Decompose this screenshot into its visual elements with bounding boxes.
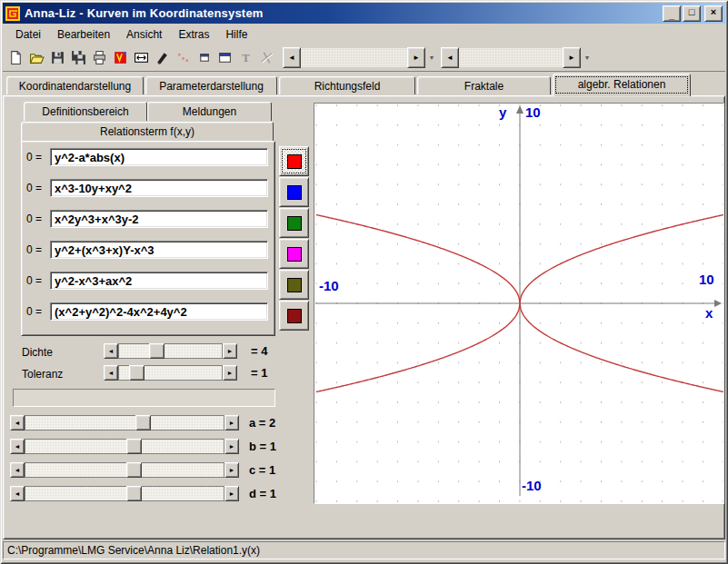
dropdown-arrow-icon[interactable]: ▼ [581,48,593,67]
slider-right-arrow-icon[interactable]: ► [223,365,237,381]
slider-left-arrow-icon[interactable]: ◄ [10,439,25,454]
color-swatch-blue [287,185,302,200]
scroll-left-button-1[interactable]: ◄ [283,47,301,68]
title-bar: Anna-Liz - Kurven im Koordinatensystem _… [3,3,725,24]
equation-input-6[interactable] [50,302,268,321]
density-value: = 4 [251,344,267,358]
tolerance-label: Toleranz [22,368,63,381]
curve-color-button-4[interactable] [279,239,309,269]
slider-left-arrow-icon[interactable]: ◄ [104,343,118,359]
scroll-right-button-1[interactable]: ► [407,47,425,68]
draw-pen-icon[interactable] [152,47,173,68]
curve-color-button-3[interactable] [279,208,309,238]
print-icon[interactable] [89,47,110,68]
slider-right-arrow-icon[interactable]: ► [223,343,237,359]
tab-richtungsfeld[interactable]: Richtungsfeld [279,76,415,94]
plot-points-icon[interactable] [173,47,194,68]
text-label-icon[interactable]: T [235,47,256,68]
slider-left-arrow-icon[interactable]: ◄ [10,462,25,478]
small-window-icon[interactable] [194,47,214,68]
scroll-right-button-2[interactable]: ► [563,47,581,68]
slider-track[interactable] [25,462,224,478]
color-swatch-darkred [287,309,302,323]
scroll-left-button-2[interactable]: ◄ [441,47,459,68]
slider-left-arrow-icon[interactable]: ◄ [10,415,25,430]
tab-fraktale[interactable]: Fraktale [417,76,551,94]
status-bar: C:\Programme\LMG Service\Anna Liz\Relati… [3,541,725,559]
tab-parameterdarstellung[interactable]: Parameterdarstellung [145,76,277,94]
slider-thumb[interactable] [129,365,145,381]
open-file-icon[interactable] [26,47,47,68]
menu-datei[interactable]: Datei [7,25,49,44]
slider-thumb[interactable] [126,439,142,454]
equation-input-3[interactable] [50,210,268,228]
y-max-tick-label: 10 [525,104,541,120]
x-axis-label: x [705,305,713,321]
equation-input-2[interactable] [50,179,268,197]
param-b-value: b = 1 [249,440,276,453]
param-a-slider[interactable]: ◄ ► [10,415,239,430]
clear-plot-icon[interactable] [110,47,131,68]
save-all-icon[interactable] [68,47,89,68]
slider-thumb[interactable] [126,462,142,478]
relation-term-panel: 0 = 0 = 0 = 0 = 0 = 0 = [21,141,275,336]
tab-algebr-relationen[interactable]: algebr. Relationen [553,74,691,96]
tab-koordinatendarstellung[interactable]: Koordinatendarstellung [6,76,144,94]
slider-thumb[interactable] [126,486,142,501]
param-c-slider[interactable]: ◄ ► [10,462,239,478]
minimize-button[interactable]: _ [663,5,681,22]
fit-width-icon[interactable] [131,47,152,68]
curve-color-button-2[interactable] [279,177,309,207]
density-slider[interactable]: ◄ ► [104,343,237,359]
equation-input-5[interactable] [50,272,268,290]
equation-input-1[interactable] [50,148,268,166]
slider-right-arrow-icon[interactable]: ► [224,462,239,478]
slider-thumb[interactable] [135,415,151,430]
param-d-slider[interactable]: ◄ ► [10,486,239,501]
slider-left-arrow-icon[interactable]: ◄ [104,365,118,381]
save-file-icon[interactable] [47,47,68,68]
density-label: Dichte [22,346,53,359]
slider-right-arrow-icon[interactable]: ► [224,415,239,430]
subtab-relationsterm[interactable]: Relationsterm f(x,y) [21,122,274,141]
equation-row: 0 = [26,240,268,260]
param-d-value: d = 1 [249,487,276,500]
menu-extras[interactable]: Extras [170,25,217,44]
equation-input-4[interactable] [50,241,268,259]
slider-left-arrow-icon[interactable]: ◄ [10,486,25,501]
slider-track[interactable] [118,343,223,359]
menu-hilfe[interactable]: Hilfe [217,25,255,44]
slider-track[interactable] [25,439,224,454]
param-b-slider[interactable]: ◄ ► [10,439,239,454]
subtab-definitionsbereich[interactable]: Definitionsbereich [24,102,147,121]
menu-bearbeiten[interactable]: Bearbeiten [49,25,118,44]
curve-color-button-5[interactable] [279,270,309,300]
app-window: Anna-Liz - Kurven im Koordinatensystem _… [0,0,728,564]
slider-right-arrow-icon[interactable]: ► [224,439,239,454]
progress-bar [13,389,275,407]
slider-track[interactable] [25,486,224,501]
slider-right-arrow-icon[interactable]: ► [224,486,239,501]
curve-color-button-6[interactable] [279,301,309,331]
equation-row: 0 = [26,178,268,198]
large-window-icon[interactable] [214,47,235,68]
slider-track[interactable] [25,415,224,430]
app-spiral-icon[interactable] [5,6,20,21]
x-max-tick-label: 10 [699,272,714,287]
dropdown-arrow-icon[interactable]: ▼ [425,48,438,67]
maximize-button[interactable]: □ [683,5,701,22]
curve-color-button-1[interactable] [279,146,309,176]
tolerance-slider[interactable]: ◄ ► [104,365,237,381]
menu-ansicht[interactable]: Ansicht [118,25,170,44]
tolerance-value: = 1 [251,366,267,380]
new-file-icon[interactable] [5,47,26,68]
y-axis-label: y [499,104,506,120]
slider-track[interactable] [118,365,223,381]
status-path: C:\Programme\LMG Service\Anna Liz\Relati… [7,544,260,557]
close-button[interactable]: × [704,5,723,22]
axes-tool-icon[interactable] [256,47,277,68]
subtab-meldungen[interactable]: Meldungen [147,102,272,121]
equation-prefix: 0 = [26,182,50,194]
slider-thumb[interactable] [149,343,165,359]
plot-canvas[interactable]: y 10 -10 10 x -10 [314,103,724,504]
